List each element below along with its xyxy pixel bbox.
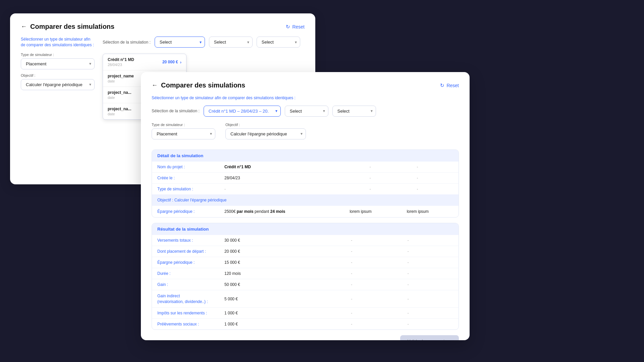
main-sim2-select-wrapper[interactable]: Select ▾ — [285, 106, 328, 117]
table-row: Impôts sur les rendements : 1 000 € - - — [152, 308, 459, 319]
bg-type-section: Type de simulateur : Placement ▾ — [21, 53, 95, 69]
list-item[interactable]: Crédit n°1 MD 28/04/23 20 000 € › — [103, 54, 186, 70]
result-value-1: 1 000 € — [219, 319, 345, 330]
main-type-select-wrapper[interactable]: Placement ▾ — [152, 128, 215, 139]
result-value-2: - — [345, 257, 402, 268]
main-sim1-select-wrapper[interactable]: Crédit n°1 MD – 28/04/23 – 20... ▾ — [204, 106, 281, 117]
detail-value-3: - — [411, 172, 459, 183]
main-objectif-section: Objectif : Calculer l'épargne périodique… — [225, 123, 459, 139]
result-label: Prélèvements sociaux : — [152, 319, 219, 330]
main-sim-selection-row: Sélection de la simulation : Crédit n°1 … — [152, 106, 459, 117]
bg-header: ← Comparer des simulations ↻ Reset — [21, 23, 305, 31]
bg-objectif-label: Objectif : — [21, 73, 95, 77]
detail-value-2: - — [364, 172, 412, 183]
bg-sim3-select[interactable]: Select — [257, 37, 300, 48]
table-row: Créée le : 28/04/23 - - — [152, 172, 459, 183]
table-row: Prélèvements sociaux : 1 000 € - - — [152, 319, 459, 330]
table-row: Versements totaux : 30 000 € - - — [152, 235, 459, 246]
table-row: Nom du projet : Crédit n°1 MD - - — [152, 162, 459, 173]
result-value-3: - — [402, 246, 459, 257]
detail-section-header: Détail de la simulation — [152, 150, 459, 162]
epargne-value-2: lorem ipsum — [344, 206, 401, 217]
result-value-3: - — [402, 235, 459, 246]
main-sim2-select[interactable]: Select — [285, 106, 328, 117]
result-table: Versements totaux : 30 000 € - - Dont pl… — [152, 235, 459, 330]
detail-value-3: - — [411, 183, 459, 194]
detail-section: Détail de la simulation Nom du projet : … — [152, 149, 459, 218]
result-label: Dont placement de départ : — [152, 246, 219, 257]
detail-label: Type de simulation : — [152, 183, 219, 194]
result-value-2: - — [345, 246, 402, 257]
main-sim1-select[interactable]: Crédit n°1 MD – 28/04/23 – 20... — [204, 106, 281, 117]
result-value-3: - — [402, 290, 459, 308]
bg-page-title: Comparer des simulations — [30, 23, 114, 31]
result-value-3: - — [402, 279, 459, 290]
validate-button[interactable]: Valider la comparaison — [400, 335, 459, 340]
main-reset-button[interactable]: ↻ Reset — [440, 82, 459, 88]
bg-type-select-wrapper[interactable]: Placement ▾ — [21, 58, 95, 69]
result-value-1: 30 000 € — [219, 235, 345, 246]
table-row: Épargne périodique : 15 000 € - - — [152, 257, 459, 268]
bg-objectif-select-wrapper[interactable]: Calculer l'épargne périodique ▾ — [21, 79, 95, 90]
result-value-3: - — [402, 257, 459, 268]
bg-sim2-select-wrapper[interactable]: Select ▾ — [209, 37, 253, 48]
bg-sim1-select-wrapper[interactable]: Select ▾ — [155, 37, 205, 48]
bg-sim-selection-label: Sélection de la simulation : — [103, 40, 151, 45]
bg-sim2-select[interactable]: Select — [209, 37, 253, 48]
main-type-select[interactable]: Placement — [152, 128, 215, 139]
chevron-right-icon: › — [180, 60, 181, 65]
epargne-value-1: 2500€ par mois pendant 24 mois — [219, 206, 344, 217]
detail-value-1: 28/04/23 — [219, 172, 364, 183]
table-row: Dont placement de départ : 20 000 € - - — [152, 246, 459, 257]
bg-sim-selection-row: Sélection de la simulation : Select ▾ Se… — [103, 37, 305, 48]
bg-type-select[interactable]: Placement — [21, 58, 95, 69]
bg-objectif-select[interactable]: Calculer l'épargne périodique — [21, 79, 95, 90]
main-sim3-select-wrapper[interactable]: Select ▾ — [332, 106, 376, 117]
epargne-label: Épargne périodique : — [152, 206, 219, 217]
result-section-header: Résultat de la simulation — [152, 223, 459, 235]
result-value-3: - — [402, 268, 459, 279]
main-objectif-select-wrapper[interactable]: Calculer l'épargne périodique ▾ — [225, 128, 306, 139]
epargne-value-3: lorem ipsum — [401, 206, 459, 217]
bg-sim3-select-wrapper[interactable]: Select ▾ — [257, 37, 300, 48]
main-type-label: Type de simulateur : — [152, 123, 219, 127]
result-value-2: - — [345, 235, 402, 246]
table-row: Épargne périodique : 2500€ par mois pend… — [152, 206, 459, 217]
main-page-title: Comparer des simulations — [161, 81, 245, 89]
epargne-table: Épargne périodique : 2500€ par mois pend… — [152, 206, 459, 217]
main-type-section: Type de simulateur : Placement ▾ — [152, 123, 219, 139]
detail-label: Nom du projet : — [152, 162, 219, 173]
main-objectif-select[interactable]: Calculer l'épargne périodique — [225, 128, 306, 139]
bg-type-label: Type de simulateur : — [21, 53, 95, 57]
bg-sim1-select[interactable]: Select — [155, 37, 205, 48]
result-value-3: - — [402, 319, 459, 330]
main-back-arrow[interactable]: ← — [152, 82, 158, 89]
result-label: Versements totaux : — [152, 235, 219, 246]
result-label: Gain : — [152, 279, 219, 290]
result-label: Épargne périodique : — [152, 257, 219, 268]
bg-reset-icon: ↻ — [286, 24, 290, 30]
table-row: Durée : 120 mois - - — [152, 268, 459, 279]
table-row: Gain indirect(revalorisation, dividende.… — [152, 290, 459, 308]
detail-value-2: - — [364, 162, 412, 173]
result-value-1: 120 mois — [219, 268, 345, 279]
main-sim3-select[interactable]: Select — [332, 106, 376, 117]
result-value-2: - — [345, 319, 402, 330]
detail-label: Créée le : — [152, 172, 219, 183]
main-sim-selection-label: Sélection de la simulation : — [152, 109, 200, 113]
result-value-1: 1 000 € — [219, 308, 345, 319]
bg-reset-button[interactable]: ↻ Reset — [286, 24, 305, 30]
main-reset-icon: ↻ — [440, 82, 444, 88]
result-value-2: - — [345, 290, 402, 308]
result-value-1: 50 000 € — [219, 279, 345, 290]
result-value-2: - — [345, 308, 402, 319]
detail-table: Nom du projet : Crédit n°1 MD - - Créée … — [152, 162, 459, 194]
table-row: Type de simulation : - - - — [152, 183, 459, 194]
result-value-3: - — [402, 308, 459, 319]
bg-subtitle: Sélectionner un type de simulateur afin … — [21, 37, 95, 48]
result-section: Résultat de la simulation Versements tot… — [152, 223, 459, 330]
bg-back-arrow[interactable]: ← — [21, 23, 27, 30]
detail-value-3: - — [411, 162, 459, 173]
result-label: Durée : — [152, 268, 219, 279]
detail-value-2: - — [364, 183, 412, 194]
